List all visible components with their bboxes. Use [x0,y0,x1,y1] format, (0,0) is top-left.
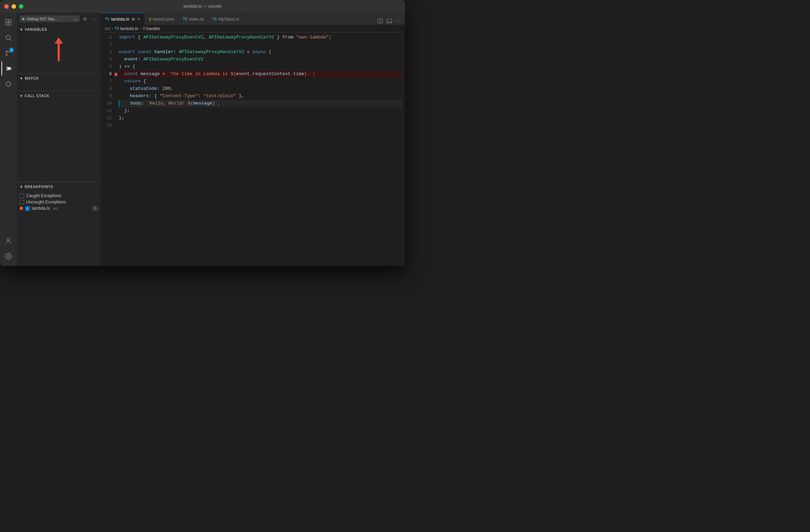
code-line-10: body: `Hello, World! ${message}`, [119,100,402,107]
breakpoints-chevron: ▼ [20,185,23,189]
ln-2: 2 [109,41,112,49]
ts-icon-lambda: TS [105,17,109,21]
minimap [402,33,405,266]
arrow-indicator [17,35,101,63]
ln-1: 1 [109,34,112,41]
tab-mystack-ts[interactable]: TS MyStack.ts [208,13,244,25]
uncaught-exceptions-checkbox[interactable] [20,200,24,204]
activity-source-control[interactable]: 1 [1,46,15,60]
breakpoint-caught-exceptions: Caught Exceptions [20,193,98,199]
red-arrow [55,37,63,61]
debug-config-label: Debug SST Star... [27,17,58,21]
breadcrumb: src › TS lambda.ts › ⟨⟩ handler [101,25,405,33]
callstack-header[interactable]: ▼ CALL STACK [17,91,101,100]
caught-exceptions-checkbox[interactable] [20,194,24,198]
tab-label-lambda: lambda.ts [111,17,129,22]
code-line-3: export const handler: APIGatewayProxyHan… [119,49,402,56]
editor-area: TS lambda.ts M × {} launch.json TS index… [101,13,405,266]
json-icon: {} [149,17,151,21]
sidebar-toolbar: ▶ Debug SST Star... ⌄ ⚙ ··· [17,13,101,25]
variables-section: ▼ VARIABLES [17,25,101,74]
activity-account[interactable] [1,234,15,248]
lambda-ts-src: src [53,206,58,210]
svg-rect-15 [387,19,391,23]
breadcrumb-scope-icon: ⟨⟩ [143,26,145,31]
debug-config-button[interactable]: ▶ Debug SST Star... ⌄ [20,15,80,22]
breadcrumb-ts-icon: TS [115,27,119,30]
breakpoint-dot [20,207,23,210]
svg-marker-9 [8,66,11,71]
svg-line-5 [10,39,12,41]
ln-4: 4 [109,56,112,63]
ts-icon-mystack: TS [212,17,217,21]
code-line-13 [119,122,402,129]
split-editor-button[interactable] [376,17,384,25]
tab-close-lambda[interactable]: × [137,17,140,22]
breakpoints-content: Caught Exceptions Uncaught Exceptions ✓ … [17,191,101,213]
more-editor-actions[interactable]: ··· [395,17,402,25]
svg-rect-2 [6,23,8,25]
lambda-ts-checkbox[interactable]: ✓ [25,206,30,211]
settings-gear-button[interactable]: ⚙ [81,15,89,23]
traffic-lights [4,4,23,9]
tab-label-launch: launch.json [153,17,174,22]
svg-point-12 [8,256,9,257]
ln-9: 9 [109,93,112,100]
code-line-11: }; [119,107,402,115]
maximize-button[interactable] [19,4,23,9]
arrow-shaft [58,44,60,61]
breakpoint-uncaught-exceptions: Uncaught Exceptions [20,199,98,205]
variables-header[interactable]: ▼ VARIABLES [17,25,101,34]
tab-launch-json[interactable]: {} launch.json [145,13,179,25]
close-button[interactable] [4,4,9,9]
ln-11: 11 [106,107,112,115]
breakpoints-header[interactable]: ▼ BREAKPOINTS [17,182,101,191]
ln-6: 6 [109,71,112,78]
tab-index-ts[interactable]: TS index.ts [179,13,208,25]
activity-debug[interactable] [1,62,15,76]
code-editor[interactable]: 1 2 3 4 5 6 7 8 9 10 11 12 13 import { A… [101,33,405,266]
breadcrumb-file[interactable]: lambda.ts [120,26,138,31]
callstack-label: CALL STACK [25,94,50,98]
activity-explorer[interactable] [1,15,15,29]
svg-rect-1 [9,20,11,22]
ln-3: 3 [109,49,112,56]
ln-13: 13 [106,122,112,129]
activity-settings[interactable] [1,249,15,263]
breakpoint-lambda-ts: ✓ lambda.ts src 6 [20,205,98,211]
variables-chevron: ▼ [20,28,23,31]
code-line-1: import { APIGatewayProxyEventV2, APIGate… [119,34,402,41]
breakpoints-label: BREAKPOINTS [25,185,53,189]
watch-label: WATCH [25,77,39,80]
variables-label: VARIABLES [25,28,47,31]
arrow-head [55,37,63,44]
svg-rect-3 [9,23,11,25]
svg-point-11 [7,238,10,241]
code-line-4: event: APIGatewayProxyEventV2 [119,56,402,63]
code-content[interactable]: import { APIGatewayProxyEventV2, APIGate… [115,33,402,266]
code-line-7: return { [119,78,402,85]
watch-section: ▼ WATCH [17,74,101,91]
ln-10: 10 [106,100,112,107]
modified-indicator: M [132,17,135,21]
breakpoints-section: ▼ BREAKPOINTS Caught Exceptions Uncaught… [17,182,101,266]
breadcrumb-src[interactable]: src [105,26,110,31]
watch-chevron: ▼ [20,77,23,80]
tab-label-mystack: MyStack.ts [219,17,239,22]
tabs-bar: TS lambda.ts M × {} launch.json TS index… [101,13,405,25]
sidebar: ▶ Debug SST Star... ⌄ ⚙ ··· ▼ VARIABLES [17,13,101,266]
breadcrumb-symbol[interactable]: handler [146,26,160,31]
tab-lambda-ts[interactable]: TS lambda.ts M × [101,13,145,25]
more-actions-button[interactable]: ··· [90,15,98,23]
source-control-badge: 1 [9,48,14,52]
code-line-12: }; [119,115,402,122]
activity-extensions[interactable] [1,77,15,91]
toggle-panel-button[interactable] [385,17,393,25]
ln-12: 12 [106,115,112,122]
minimize-button[interactable] [12,4,16,9]
code-line-9: headers: { "Content-Type": "text/plain" … [119,93,402,100]
watch-header[interactable]: ▼ WATCH [17,74,101,83]
code-line-6: const message = `The time in Lambda is $… [119,71,402,78]
activity-search[interactable] [1,31,15,45]
variables-content [17,34,101,65]
